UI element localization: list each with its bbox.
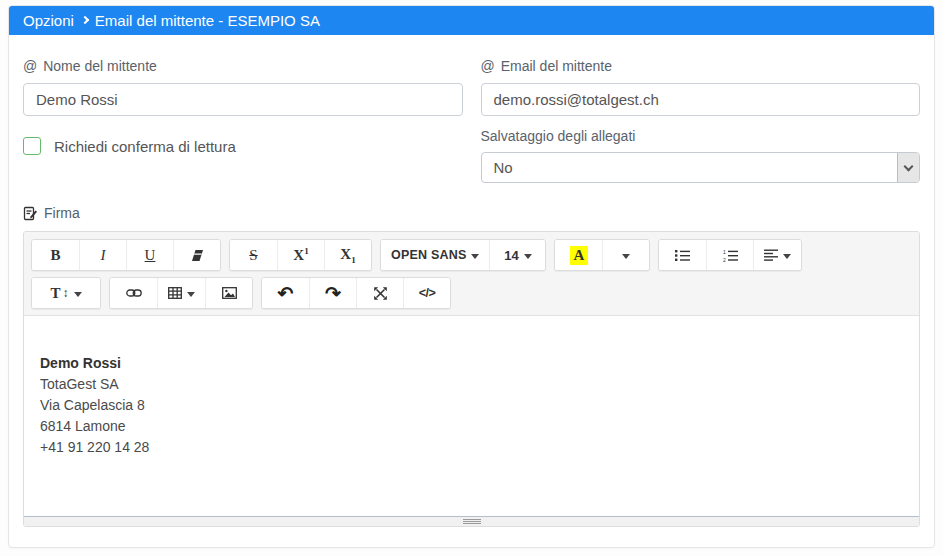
font-size-dropdown[interactable]: 14 [489, 240, 545, 270]
fullscreen-arrows-icon [374, 287, 387, 300]
ordered-list-button[interactable]: 1 2 [706, 240, 753, 270]
font-family-dropdown[interactable]: OPEN SANS [381, 240, 489, 270]
link-icon [126, 288, 142, 298]
code-view-button[interactable]: </> [403, 278, 450, 308]
sender-name-label: @ Nome del mittente [23, 58, 463, 74]
read-receipt-checkbox[interactable] [23, 137, 41, 155]
editor-toolbar: B I U S X1 [24, 232, 919, 316]
strikethrough-button[interactable]: S [230, 240, 277, 270]
signature-city: 6814 Lamone [40, 416, 903, 437]
insert-link-button[interactable] [110, 278, 157, 308]
table-icon [168, 287, 182, 299]
breadcrumb-opzioni[interactable]: Opzioni [23, 12, 74, 29]
signature-company: TotaGest SA [40, 374, 903, 395]
undo-button[interactable]: ↶ [262, 278, 309, 308]
caret-down-icon [471, 254, 479, 259]
superscript-button[interactable]: X1 [277, 240, 324, 270]
fullscreen-button[interactable] [356, 278, 403, 308]
empty-line [40, 331, 903, 353]
paragraph-align-dropdown[interactable] [753, 240, 801, 270]
italic-button[interactable]: I [79, 240, 126, 270]
bold-button[interactable]: B [32, 240, 79, 270]
signature-editing-area[interactable]: Demo Rossi TotaGest SA Via Capelascia 8 … [24, 316, 919, 516]
insert-table-dropdown[interactable] [157, 278, 205, 308]
clear-formatting-button[interactable] [173, 240, 220, 270]
read-receipt-label: Richiedi conferma di lettura [54, 138, 236, 155]
attachments-selected-value: No [482, 159, 513, 176]
at-icon: @ [23, 58, 37, 74]
edit-document-icon [23, 206, 38, 221]
caret-down-icon [783, 254, 791, 259]
align-left-icon [764, 249, 778, 261]
options-panel: Opzioni Email del mittente - ESEMPIO SA … [8, 5, 935, 548]
svg-text:1: 1 [723, 249, 726, 255]
caret-down-icon [622, 254, 630, 259]
caret-down-icon [524, 254, 532, 259]
text-color-dropdown[interactable] [602, 240, 649, 270]
signature-street: Via Capelascia 8 [40, 395, 903, 416]
image-icon [222, 287, 237, 299]
caret-down-icon [187, 292, 195, 297]
sender-email-label: @ Email del mittente [481, 58, 921, 74]
eraser-icon [190, 249, 205, 262]
at-icon: @ [481, 58, 495, 74]
signature-section-label: Firma [23, 205, 920, 221]
sender-email-input[interactable] [481, 83, 921, 116]
subscript-button[interactable]: X1 [324, 240, 371, 270]
line-height-dropdown[interactable]: T↕ [32, 278, 100, 308]
select-dropdown-button[interactable] [897, 153, 919, 182]
attachments-select[interactable]: No [481, 152, 921, 183]
ordered-list-icon: 1 2 [723, 249, 738, 262]
svg-text:2: 2 [723, 256, 726, 261]
panel-header: Opzioni Email del mittente - ESEMPIO SA [9, 6, 934, 35]
breadcrumb-chevron-icon [81, 16, 89, 24]
signature-phone: +41 91 220 14 28 [40, 437, 903, 458]
insert-image-button[interactable] [205, 278, 252, 308]
signature-editor: B I U S X1 [23, 231, 920, 527]
sender-name-input[interactable] [23, 83, 463, 116]
chevron-down-icon [904, 161, 914, 171]
editor-resize-bar[interactable] [24, 516, 919, 526]
highlight-color-swatch: A [570, 246, 589, 265]
text-color-button[interactable]: A [555, 240, 602, 270]
attachments-label: Salvataggio degli allegati [481, 128, 921, 144]
underline-button[interactable]: U [126, 240, 173, 270]
up-down-arrows-icon: ↕ [63, 286, 69, 300]
page-title: Email del mittente - ESEMPIO SA [95, 12, 320, 29]
unordered-list-icon [675, 249, 690, 262]
resize-grip-icon [463, 518, 481, 525]
unordered-list-button[interactable] [659, 240, 706, 270]
caret-down-icon [74, 292, 82, 297]
signature-name: Demo Rossi [40, 353, 903, 374]
redo-button[interactable]: ↷ [309, 278, 356, 308]
